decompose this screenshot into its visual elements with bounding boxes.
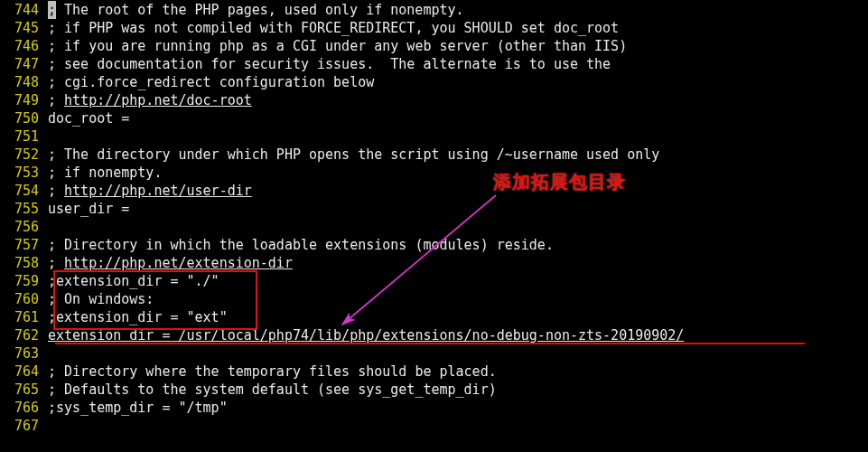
line-number: 754 xyxy=(1,182,48,200)
comment-text: ; xyxy=(48,92,64,108)
line-content: ; if you are running php as a CGI under … xyxy=(48,37,627,55)
code-line[interactable]: 762extension_dir = /usr/local/php74/lib/… xyxy=(1,326,867,344)
line-content: ; if nonempty. xyxy=(48,164,162,182)
code-line[interactable]: 763 xyxy=(1,344,867,363)
comment-text: ; On windows: xyxy=(48,291,154,307)
code-line[interactable]: 761;extension_dir = "ext" xyxy=(1,308,867,326)
comment-text: ; xyxy=(48,255,64,271)
url-text: http://php.net/doc-root xyxy=(64,92,252,108)
code-line[interactable]: 756 xyxy=(1,218,867,236)
line-number: 753 xyxy=(1,164,48,182)
line-number: 748 xyxy=(1,73,48,91)
code-line[interactable]: 751 xyxy=(1,127,867,146)
line-number: 751 xyxy=(1,127,48,146)
comment-text: ; The directory under which PHP opens th… xyxy=(48,146,659,163)
line-number: 745 xyxy=(1,19,48,37)
code-line[interactable]: 759;extension_dir = "./" xyxy=(1,272,867,290)
line-number: 749 xyxy=(1,91,48,109)
plain-text: user_dir = xyxy=(48,201,129,217)
comment-text: ; if you are running php as a CGI under … xyxy=(48,38,627,54)
line-number: 758 xyxy=(1,254,48,272)
line-content: ; http://php.net/user-dir xyxy=(48,182,252,200)
line-number: 764 xyxy=(1,363,48,381)
line-number: 759 xyxy=(1,272,48,290)
line-content: ; On windows: xyxy=(48,290,154,308)
line-content: ;extension_dir = "ext" xyxy=(48,308,228,326)
url-text: http://php.net/extension-dir xyxy=(64,255,293,271)
line-content: user_dir = xyxy=(48,200,129,218)
line-content: ; http://php.net/extension-dir xyxy=(48,254,293,272)
line-number: 767 xyxy=(1,417,48,435)
line-number: 750 xyxy=(1,109,48,127)
comment-text: The root of the PHP pages, used only if … xyxy=(56,2,464,18)
code-line[interactable]: 757; Directory in which the loadable ext… xyxy=(1,236,867,254)
code-line[interactable]: 746; if you are running php as a CGI und… xyxy=(1,37,867,55)
code-lines: 744; The root of the PHP pages, used onl… xyxy=(1,1,867,435)
line-content: ; The root of the PHP pages, used only i… xyxy=(48,1,464,19)
code-line[interactable]: 750doc_root = xyxy=(1,109,867,127)
line-content: extension_dir = /usr/local/php74/lib/php… xyxy=(48,326,684,344)
line-content: ; Directory in which the loadable extens… xyxy=(48,236,554,254)
line-number: 755 xyxy=(1,200,48,218)
line-content: ;sys_temp_dir = "/tmp" xyxy=(48,399,228,417)
code-line[interactable]: 753; if nonempty. xyxy=(1,164,867,182)
line-number: 762 xyxy=(1,326,48,344)
code-line[interactable]: 752; The directory under which PHP opens… xyxy=(1,146,867,164)
line-number: 763 xyxy=(1,344,48,363)
code-line[interactable]: 758; http://php.net/extension-dir xyxy=(1,254,867,272)
comment-text: ; Defaults to the system default (see sy… xyxy=(48,381,497,398)
code-line[interactable]: 754; http://php.net/user-dir xyxy=(1,182,867,200)
line-number: 756 xyxy=(1,218,48,236)
code-line[interactable]: 748; cgi.force_redirect configuration be… xyxy=(1,73,867,91)
line-number: 765 xyxy=(1,381,48,399)
line-content: ; Defaults to the system default (see sy… xyxy=(48,381,497,399)
highlighted-config-line: extension_dir = /usr/local/php74/lib/php… xyxy=(48,327,684,344)
comment-text: ; xyxy=(48,183,64,199)
line-content: ; Directory where the temporary files sh… xyxy=(48,363,497,381)
line-content: ; http://php.net/doc-root xyxy=(48,91,252,109)
comment-text: ;extension_dir = "ext" xyxy=(48,309,228,325)
code-line[interactable]: 766;sys_temp_dir = "/tmp" xyxy=(1,399,867,417)
comment-text: ; cgi.force_redirect configuration below xyxy=(48,74,374,90)
line-number: 757 xyxy=(1,236,48,254)
url-text: http://php.net/user-dir xyxy=(64,183,252,199)
code-line[interactable]: 765; Defaults to the system default (see… xyxy=(1,381,867,399)
line-number: 747 xyxy=(1,55,48,73)
line-content: ; if PHP was not compiled with FORCE_RED… xyxy=(48,19,619,37)
comment-text: ; Directory in which the loadable extens… xyxy=(48,237,554,253)
code-line[interactable]: 755user_dir = xyxy=(1,200,867,218)
line-number: 766 xyxy=(1,399,48,417)
line-number: 760 xyxy=(1,290,48,308)
line-number: 752 xyxy=(1,146,48,164)
comment-text: ;sys_temp_dir = "/tmp" xyxy=(48,400,228,416)
code-line[interactable]: 760; On windows: xyxy=(1,290,867,308)
text-cursor: ; xyxy=(48,1,56,19)
line-content: ; cgi.force_redirect configuration below xyxy=(48,73,374,91)
line-content: ; see documentation for security issues.… xyxy=(48,55,611,73)
comment-text: ;extension_dir = "./" xyxy=(48,273,219,289)
comment-text: ; if nonempty. xyxy=(48,165,162,181)
code-line[interactable]: 764; Directory where the temporary files… xyxy=(1,363,867,381)
comment-text: ; Directory where the temporary files sh… xyxy=(48,363,497,380)
line-content: doc_root = xyxy=(48,109,129,127)
code-line[interactable]: 747; see documentation for security issu… xyxy=(1,55,867,73)
comment-text: ; if PHP was not compiled with FORCE_RED… xyxy=(48,20,619,36)
code-line[interactable]: 744; The root of the PHP pages, used onl… xyxy=(1,1,867,19)
code-line[interactable]: 749; http://php.net/doc-root xyxy=(1,91,867,109)
code-editor[interactable]: 744; The root of the PHP pages, used onl… xyxy=(0,0,868,452)
plain-text: doc_root = xyxy=(48,110,129,127)
line-number: 746 xyxy=(1,37,48,55)
line-content: ; The directory under which PHP opens th… xyxy=(48,146,659,164)
code-line[interactable]: 767 xyxy=(1,417,867,435)
line-number: 761 xyxy=(1,308,48,326)
line-content: ;extension_dir = "./" xyxy=(48,272,219,290)
comment-text: ; see documentation for security issues.… xyxy=(48,56,611,72)
code-line[interactable]: 745; if PHP was not compiled with FORCE_… xyxy=(1,19,867,37)
line-number: 744 xyxy=(1,1,48,19)
